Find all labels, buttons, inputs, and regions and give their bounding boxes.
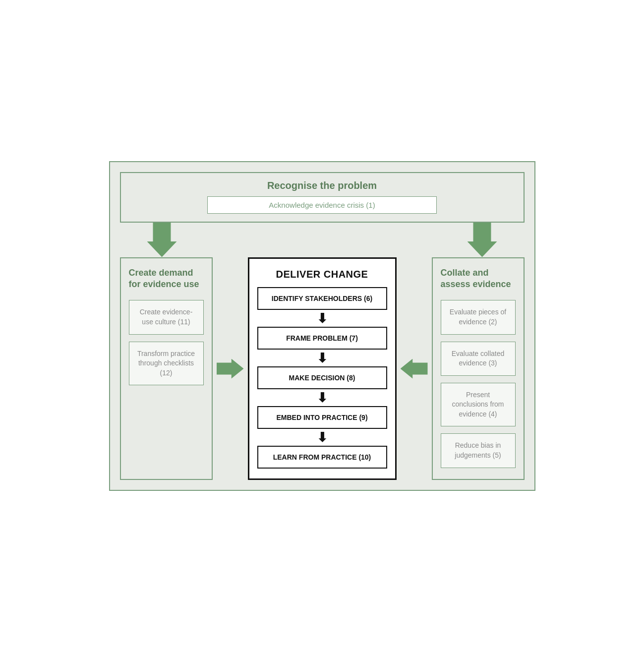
right-item-1: Evaluate pieces of evidence (2) [441, 300, 516, 334]
right-item-3: Present conclusions from evidence (4) [441, 383, 516, 427]
right-side-arrow-container [401, 257, 428, 480]
center-column: DELIVER CHANGE IDENTIFY STAKEHOLDERS (6)… [248, 257, 397, 480]
left-item-2: Transform practice through checklists (1… [129, 342, 204, 386]
left-down-arrow [147, 223, 177, 257]
step-4: EMBED INTO PRACTICE (9) [257, 406, 387, 429]
right-down-arrow [468, 223, 497, 257]
center-box: DELIVER CHANGE IDENTIFY STAKEHOLDERS (6)… [248, 257, 397, 480]
acknowledge-box: Acknowledge evidence crisis (1) [207, 196, 437, 214]
main-row: Create demand for evidence use Create ev… [120, 257, 525, 480]
step-3: MAKE DECISION (8) [257, 366, 387, 389]
step-1: IDENTIFY STAKEHOLDERS (6) [257, 287, 387, 310]
arrow-3: ⬇ [317, 391, 328, 404]
arrow-1: ⬇ [317, 312, 328, 325]
left-col-title: Create demand for evidence use [129, 267, 204, 291]
right-item-4: Reduce bias in judgements (5) [441, 433, 516, 468]
step-2: FRAME PROBLEM (7) [257, 327, 387, 350]
top-title: Recognise the problem [131, 180, 514, 191]
left-column: Create demand for evidence use Create ev… [120, 257, 213, 480]
right-col-title: Collate and assess evidence [441, 267, 516, 291]
left-side-arrow-container [217, 257, 244, 480]
diagram-wrapper: Recognise the problem Acknowledge eviden… [99, 151, 545, 501]
right-center-arrow [401, 359, 428, 379]
right-item-2: Evaluate collated evidence (3) [441, 342, 516, 376]
arrows-between-row [120, 223, 525, 257]
left-item-1: Create evidence-use culture (11) [129, 300, 204, 334]
center-title: DELIVER CHANGE [276, 269, 368, 280]
right-column: Collate and assess evidence Evaluate pie… [432, 257, 525, 480]
outer-box: Recognise the problem Acknowledge eviden… [109, 161, 535, 491]
arrow-2: ⬇ [317, 352, 328, 364]
arrow-4: ⬇ [317, 431, 328, 444]
step-5: LEARN FROM PRACTICE (10) [257, 446, 387, 469]
top-section: Recognise the problem Acknowledge eviden… [120, 172, 525, 223]
left-center-arrow [217, 359, 244, 379]
